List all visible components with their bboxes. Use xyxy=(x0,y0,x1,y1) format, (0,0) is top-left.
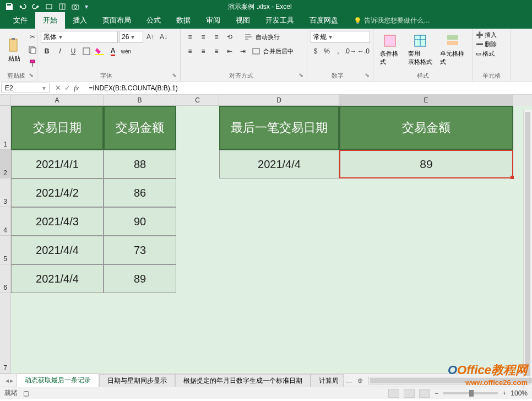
accounting-icon[interactable]: $ xyxy=(311,45,321,57)
align-bottom-icon[interactable]: ≡ xyxy=(210,31,222,43)
cell-B4[interactable]: 90 xyxy=(104,207,176,236)
col-header-D[interactable]: D xyxy=(219,95,339,106)
increase-indent-icon[interactable]: ⇥ xyxy=(237,45,249,57)
tell-me-search[interactable]: 💡告诉我您想要做什么… xyxy=(346,13,438,29)
increase-font-icon[interactable]: A↑ xyxy=(144,31,156,43)
row-header-3[interactable]: 3 xyxy=(0,178,11,207)
row-header-4[interactable]: 4 xyxy=(0,207,11,236)
tab-review[interactable]: 审阅 xyxy=(198,12,228,29)
align-center-icon[interactable]: ≡ xyxy=(197,45,209,57)
enter-formula-icon[interactable]: ✓ xyxy=(64,84,70,92)
undo-icon[interactable] xyxy=(17,1,29,12)
tab-nav[interactable]: ◂▸ xyxy=(2,377,17,384)
row-header-5[interactable]: 5 xyxy=(0,236,11,264)
cell-B5[interactable]: 73 xyxy=(104,236,176,264)
align-launcher-icon[interactable]: ⬊ xyxy=(298,72,303,79)
cell-D2[interactable]: 2021/4/4 xyxy=(219,150,339,178)
cancel-formula-icon[interactable]: ✕ xyxy=(55,84,61,92)
number-launcher-icon[interactable]: ⬊ xyxy=(365,72,370,79)
save-icon[interactable] xyxy=(3,1,15,12)
row-header-1[interactable]: 1 xyxy=(0,106,11,150)
zoom-level[interactable]: 100% xyxy=(511,389,528,397)
paste-button[interactable]: 粘贴 xyxy=(3,36,25,65)
row-header-2[interactable]: 2 xyxy=(0,150,11,178)
row-header-6[interactable]: 6 xyxy=(0,264,11,293)
merge-center-label[interactable]: 合并后居中 xyxy=(263,47,294,56)
formula-bar[interactable] xyxy=(85,82,532,94)
sheet-tab-2[interactable]: 根据提定的年月日数字生成一个标准日期 xyxy=(175,374,311,387)
fx-icon[interactable]: fx xyxy=(74,84,79,93)
sheet-tab-3[interactable]: 计算周 xyxy=(311,374,344,387)
customize-qat-icon[interactable]: ▾ xyxy=(83,1,90,12)
camera-icon[interactable] xyxy=(69,1,82,12)
tab-home[interactable]: 开始 xyxy=(35,12,65,29)
cell-A1[interactable]: 交易日期 xyxy=(11,106,104,150)
decrease-font-icon[interactable]: A↓ xyxy=(158,31,170,43)
tab-page-layout[interactable]: 页面布局 xyxy=(95,12,139,29)
increase-decimal-icon[interactable]: .0→ xyxy=(344,45,356,57)
format-painter-icon[interactable] xyxy=(26,57,39,69)
zoom-in-button[interactable]: + xyxy=(502,389,506,397)
align-middle-icon[interactable]: ≡ xyxy=(197,31,209,43)
qat-btn-2[interactable] xyxy=(56,1,68,12)
format-as-table-button[interactable]: 套用 表格格式 xyxy=(405,31,436,68)
fill-handle[interactable] xyxy=(511,176,514,179)
tab-baidu[interactable]: 百度网盘 xyxy=(302,12,346,29)
format-cells-button[interactable]: ▭格式 xyxy=(476,50,507,58)
cell-A4[interactable]: 2021/4/3 xyxy=(11,207,104,236)
view-page-break-icon[interactable] xyxy=(419,389,430,398)
cell-E1[interactable]: 交易金额 xyxy=(339,106,513,150)
zoom-out-button[interactable]: − xyxy=(435,389,438,397)
decrease-decimal-icon[interactable]: ←.0 xyxy=(357,45,370,57)
view-normal-icon[interactable] xyxy=(388,389,399,398)
cell-D1[interactable]: 最后一笔交易日期 xyxy=(219,106,339,150)
wrap-text-label[interactable]: 自动换行 xyxy=(256,33,280,41)
col-header-B[interactable]: B xyxy=(104,95,176,106)
cell-A5[interactable]: 2021/4/4 xyxy=(11,236,104,264)
align-right-icon[interactable]: ≡ xyxy=(210,45,222,57)
zoom-slider[interactable] xyxy=(443,392,498,394)
cell-B3[interactable]: 86 xyxy=(104,178,176,207)
cut-icon[interactable]: ✂ xyxy=(26,31,39,43)
bold-button[interactable]: B xyxy=(41,45,53,57)
orientation-icon[interactable]: ⟲ xyxy=(224,31,236,43)
col-header-A[interactable]: A xyxy=(11,95,104,106)
cell-A6[interactable]: 2021/4/4 xyxy=(11,264,104,293)
cell-B6[interactable]: 89 xyxy=(104,264,176,293)
insert-cells-button[interactable]: ➕插入 xyxy=(476,31,507,39)
merge-icon[interactable] xyxy=(250,45,262,57)
font-launcher-icon[interactable]: ⬊ xyxy=(172,72,177,79)
add-sheet-button[interactable]: ⊕ xyxy=(354,377,366,384)
tab-data[interactable]: 数据 xyxy=(169,12,198,29)
number-format-combo[interactable]: 常规▾ xyxy=(311,31,370,43)
cell-A2[interactable]: 2021/4/1 xyxy=(11,150,104,178)
conditional-format-button[interactable]: 条件格式 xyxy=(377,31,404,68)
redo-icon[interactable] xyxy=(30,1,42,12)
col-header-E[interactable]: E xyxy=(339,95,513,106)
copy-icon[interactable] xyxy=(26,44,39,56)
cell-styles-button[interactable]: 单元格样式 xyxy=(437,31,469,68)
row-header-7[interactable]: 7 xyxy=(0,293,11,373)
percent-icon[interactable]: % xyxy=(322,45,332,57)
tab-insert[interactable]: 插入 xyxy=(65,12,95,29)
align-left-icon[interactable]: ≡ xyxy=(184,45,196,57)
tab-view[interactable]: 视图 xyxy=(228,12,258,29)
cell-B1[interactable]: 交易金额 xyxy=(104,106,176,150)
qat-btn-1[interactable] xyxy=(43,1,55,12)
fill-color-button[interactable] xyxy=(94,45,106,57)
col-header-C[interactable]: C xyxy=(176,95,219,106)
vertical-scrollbar[interactable] xyxy=(523,110,532,388)
cells-area[interactable]: 交易日期交易金额最后一笔交易日期交易金额2021/4/1882021/4/286… xyxy=(11,106,532,373)
view-page-layout-icon[interactable] xyxy=(404,389,415,398)
sheet-tab-active[interactable]: 动态获取最后一条记录 xyxy=(17,373,99,387)
chevron-down-icon[interactable]: ▾ xyxy=(42,84,46,92)
delete-cells-button[interactable]: ➖删除 xyxy=(476,40,507,48)
phonetic-button[interactable]: wén xyxy=(120,45,132,57)
cell-A3[interactable]: 2021/4/2 xyxy=(11,178,104,207)
border-button[interactable] xyxy=(80,45,93,57)
font-size-combo[interactable]: 26▾ xyxy=(119,31,143,43)
decrease-indent-icon[interactable]: ⇤ xyxy=(224,45,236,57)
wrap-text-icon[interactable] xyxy=(242,31,254,43)
align-top-icon[interactable]: ≡ xyxy=(184,31,196,43)
name-box[interactable]: E2▾ xyxy=(1,83,50,93)
